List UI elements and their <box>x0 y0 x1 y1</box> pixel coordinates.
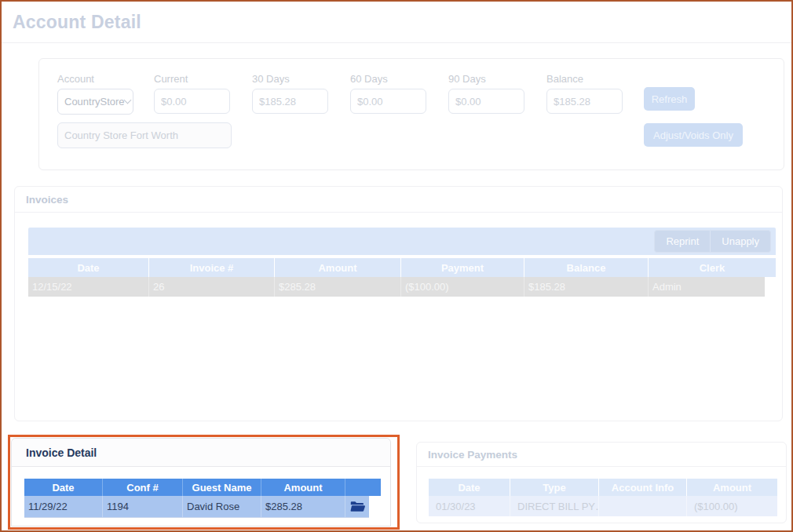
invoices-grid-toolbar: Reprint Unapply <box>28 228 776 255</box>
account-summary-panel: Account CountryStore Current 30 Days 60 … <box>38 58 784 170</box>
invoices-col-invoice: Invoice # <box>149 258 275 277</box>
invoices-panel: Invoices Reprint Unapply Date Invoice # … <box>14 186 783 421</box>
invoices-panel-header: Invoices <box>15 187 782 213</box>
payment-amount-cell: ($100.00) <box>687 496 777 516</box>
payments-col-type: Type <box>510 479 599 496</box>
chevron-down-icon <box>123 97 131 104</box>
invoice-payments-title: Invoice Payments <box>428 449 517 461</box>
invoices-col-date: Date <box>28 258 149 277</box>
balance-input[interactable] <box>546 89 623 114</box>
payment-date-cell: 01/30/23 <box>429 496 510 516</box>
invoice-number-cell: 26 <box>149 277 275 297</box>
invoice-payments-panel: Invoice Payments Date Type Account Info … <box>416 442 787 523</box>
detail-col-amount: Amount <box>261 479 345 496</box>
account-name-input[interactable] <box>57 122 232 148</box>
days60-field-group: 60 Days <box>350 73 426 114</box>
invoices-header-row: Date Invoice # Amount Payment Balance Cl… <box>28 258 776 277</box>
invoice-detail-panel: Invoice Detail Date Conf # Guest Name Am… <box>11 438 391 527</box>
payment-type-cell: DIRECT BILL PY… <box>510 496 599 516</box>
payments-col-account: Account Info <box>599 479 687 496</box>
invoices-col-clerk: Clerk <box>649 258 776 277</box>
payments-col-date: Date <box>429 479 510 496</box>
current-field-group: Current <box>154 73 230 114</box>
invoices-col-payment: Payment <box>401 258 524 277</box>
days90-input[interactable] <box>448 89 524 114</box>
invoices-action-button-group: Reprint Unapply <box>654 230 771 253</box>
invoice-clerk-cell: Admin <box>649 277 765 297</box>
payment-account-cell <box>599 496 687 516</box>
days60-label: 60 Days <box>350 73 426 85</box>
detail-date-cell: 11/29/22 <box>24 496 103 517</box>
adjust-voids-only-button[interactable]: Adjust/Voids Only <box>644 123 743 147</box>
detail-guest-cell: David Rose <box>183 496 261 517</box>
invoices-col-amount: Amount <box>275 258 401 277</box>
days30-field-group: 30 Days <box>252 73 328 114</box>
detail-action-cell[interactable] <box>345 496 369 517</box>
detail-amount-cell: $285.28 <box>261 496 345 517</box>
account-label: Account <box>57 73 133 85</box>
payments-col-amount: Amount <box>687 479 777 496</box>
invoice-date-cell: 12/15/22 <box>28 277 149 297</box>
days90-field-group: 90 Days <box>448 73 524 114</box>
invoice-payments-row[interactable]: 01/30/23 DIRECT BILL PY… ($100.00) <box>429 496 777 516</box>
current-label: Current <box>154 73 230 85</box>
balance-label: Balance <box>546 73 623 85</box>
account-select[interactable]: CountryStore <box>57 89 133 115</box>
invoice-detail-header-row: Date Conf # Guest Name Amount <box>24 479 381 496</box>
invoices-table-row-selected[interactable]: 12/15/22 26 $285.28 ($100.00) $185.28 Ad… <box>28 277 765 297</box>
detail-col-actions <box>345 479 381 496</box>
balance-field-group: Balance <box>546 73 623 114</box>
detail-col-conf: Conf # <box>103 479 183 496</box>
invoices-col-balance: Balance <box>524 258 649 277</box>
account-detail-page: Account Detail Account CountryStore Curr… <box>0 0 793 532</box>
days30-label: 30 Days <box>252 73 328 85</box>
detail-col-date: Date <box>24 479 103 496</box>
page-title: Account Detail <box>13 12 141 33</box>
header-divider <box>2 42 791 43</box>
current-input[interactable] <box>154 89 230 114</box>
days90-label: 90 Days <box>448 73 524 85</box>
account-field-group: Account CountryStore <box>57 73 133 115</box>
invoice-detail-panel-header: Invoice Detail <box>12 439 390 467</box>
refresh-button[interactable]: Refresh <box>644 87 695 111</box>
open-folder-icon[interactable] <box>350 501 365 512</box>
unapply-button[interactable]: Unapply <box>711 231 770 252</box>
days60-input[interactable] <box>350 89 426 114</box>
invoices-title: Invoices <box>26 194 68 206</box>
detail-conf-cell: 1194 <box>103 496 183 517</box>
invoice-balance-cell: $185.28 <box>524 277 649 297</box>
invoice-payments-panel-header: Invoice Payments <box>417 443 786 467</box>
invoice-amount-cell: $285.28 <box>275 277 401 297</box>
reprint-button[interactable]: Reprint <box>655 231 710 252</box>
account-select-value: CountryStore <box>64 96 125 107</box>
invoice-detail-row-selected[interactable]: 11/29/22 1194 David Rose $285.28 <box>24 496 369 518</box>
invoice-payment-cell: ($100.00) <box>401 277 524 297</box>
invoice-payments-header-row: Date Type Account Info Amount <box>429 479 777 496</box>
detail-col-guest: Guest Name <box>183 479 261 496</box>
invoice-detail-title: Invoice Detail <box>26 446 97 459</box>
days30-input[interactable] <box>252 89 328 114</box>
